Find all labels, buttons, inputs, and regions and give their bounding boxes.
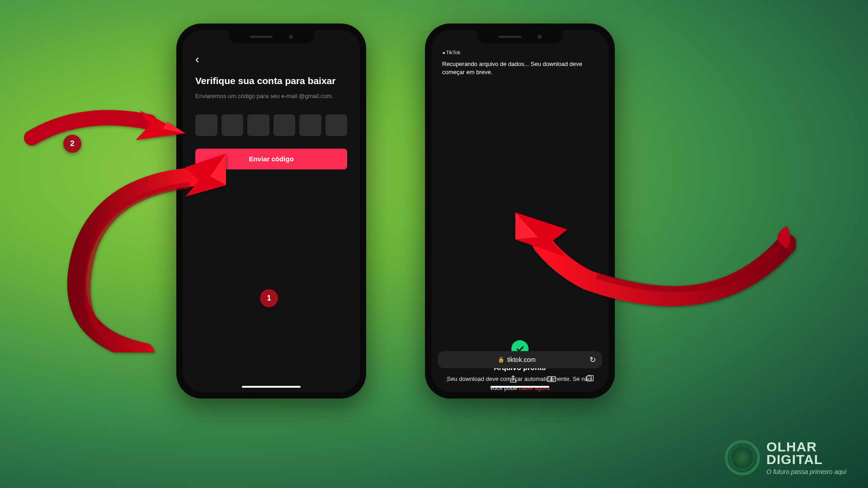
brand-name-line1: OLHAR [766, 441, 846, 454]
brand-tagline: O futuro passa primeiro aqui [766, 468, 846, 475]
url-text: tiktok.com [507, 356, 536, 363]
verify-title: Verifique sua conta para baixar [195, 75, 347, 86]
safari-urlbar[interactable]: 🔒 tiktok.com ↻ [438, 351, 602, 368]
code-digit-input[interactable] [274, 114, 296, 136]
back-button[interactable]: ‹ [195, 52, 347, 66]
code-digit-input[interactable] [247, 114, 269, 136]
code-digit-input[interactable] [299, 114, 321, 136]
step-badge-1: 1 [260, 289, 278, 307]
phone-notch [228, 30, 314, 43]
verify-subtitle: Enviaremos um código para seu e-mail @gm… [195, 92, 347, 101]
annotation-arrow [18, 90, 185, 149]
brand-logo: OLHAR DIGITAL O futuro passa primeiro aq… [725, 440, 846, 475]
home-indicator[interactable] [491, 386, 549, 388]
return-to-app-link[interactable]: ◂ TikTok [442, 50, 598, 56]
step-badge-2: 2 [63, 135, 81, 153]
reload-icon[interactable]: ↻ [590, 355, 596, 365]
share-icon[interactable] [509, 375, 518, 386]
nav-back-icon[interactable]: ‹ [446, 375, 448, 385]
bookmarks-icon[interactable] [547, 375, 557, 386]
phone-notch [477, 30, 563, 43]
tabs-icon[interactable] [585, 375, 594, 386]
logo-circle-icon [725, 440, 760, 475]
svg-rect-0 [586, 376, 591, 381]
code-digit-input[interactable] [326, 114, 348, 136]
nav-forward-icon[interactable]: › [477, 375, 480, 385]
home-indicator[interactable] [242, 386, 301, 388]
lock-icon: 🔒 [498, 357, 505, 363]
annotation-arrow [32, 117, 226, 352]
download-toast: Recuperando arquivo de dados... Seu down… [442, 60, 598, 76]
annotation-arrow [515, 212, 796, 343]
brand-name-line2: DIGITAL [766, 453, 846, 466]
